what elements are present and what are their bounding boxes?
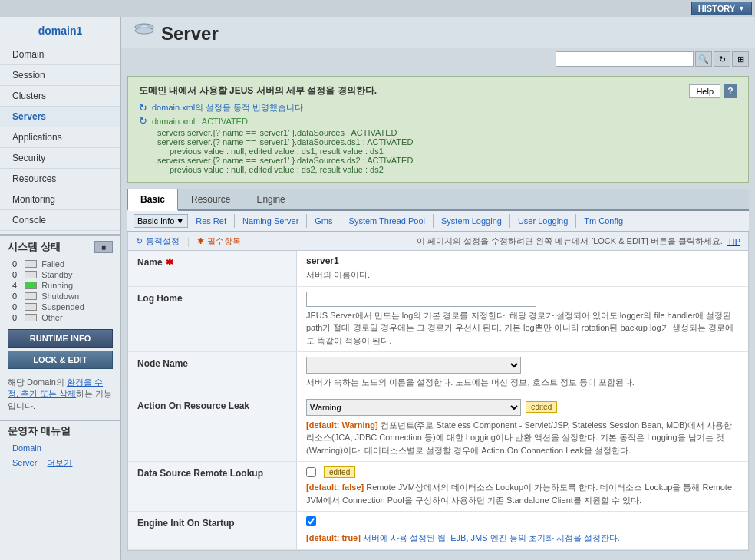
server-icon <box>134 23 155 44</box>
svg-point-2 <box>135 28 153 34</box>
subtab-system-thread-pool[interactable]: System Thread Pool <box>341 214 434 228</box>
field-action-resource-leak-value: Warning Error None edited [default: Warn… <box>297 394 748 462</box>
tip-link[interactable]: TIP <box>727 237 740 246</box>
help-area: Help ? <box>689 84 737 98</box>
operator-manual-section: 운영자 매뉴얼 <box>0 420 120 441</box>
shutdown-indicator <box>25 292 37 300</box>
field-datasource-remote-lookup: Data Source Remote Lookup edited [defaul… <box>128 462 748 512</box>
status-shutdown: 0 Shutdown <box>0 291 120 301</box>
page-header: Server <box>121 17 755 48</box>
runtime-info-button[interactable]: RUNTIME INFO <box>8 329 113 348</box>
dynamic-setting-label: ↻ 동적설정 <box>136 236 180 247</box>
field-engine-init-startup-label: Engine Init On Startup <box>128 512 297 549</box>
subtab-system-logging[interactable]: System Logging <box>434 214 510 228</box>
sidebar-nav: Domain Session Clusters Servers Applicat… <box>0 44 120 231</box>
form-toolbar-left: ↻ 동적설정 | ✱ 필수항목 <box>136 236 241 247</box>
separator: | <box>187 236 190 247</box>
status-toggle[interactable]: ■ <box>94 241 113 253</box>
sidebar-note: 해당 Domain의 환경을 수정, 추가 또는 삭제하는 기능입니다. <box>0 372 120 417</box>
form-toolbar: ↻ 동적설정 | ✱ 필수항목 이 페이지의 설정을 수정하려면 왼쪽 메뉴에서… <box>128 232 748 251</box>
refresh-icon-2: ↻ <box>139 115 147 127</box>
tab-engine[interactable]: Engine <box>243 189 298 209</box>
status-line-2: ↻ domain.xml : ACTIVATED <box>139 115 680 127</box>
log-home-input[interactable] <box>306 292 536 307</box>
suspended-indicator <box>25 303 37 311</box>
help-icon[interactable]: ? <box>724 84 737 98</box>
subtab-naming-server[interactable]: Naming Server <box>235 214 307 228</box>
refresh-icon-1: ↻ <box>139 102 147 114</box>
status-running: 4 Running <box>0 280 120 291</box>
sidebar-item-session[interactable]: Session <box>0 65 120 86</box>
other-indicator <box>25 314 37 321</box>
required-star: ✱ <box>166 257 173 268</box>
subtab-bar: Basic Info ▼ Res Ref Naming Server Gms S… <box>127 211 749 232</box>
subtab-basic-info[interactable]: Basic Info ▼ <box>134 214 188 228</box>
search-input[interactable] <box>556 51 694 67</box>
main-area: domain1 Domain Session Clusters Servers … <box>0 17 755 560</box>
history-button[interactable]: HISTORY <box>691 2 752 15</box>
status-line-1: ↻ domain.xml의 설정을 동적 반영했습니다. <box>139 102 680 114</box>
running-indicator <box>25 282 37 289</box>
sidebar-item-console[interactable]: Console <box>0 210 120 231</box>
status-list: 0 Failed 0 Standby 4 Running 0 S <box>0 259 120 323</box>
field-name-label: Name ✱ <box>128 251 297 286</box>
subtab-user-logging[interactable]: User Logging <box>510 214 576 228</box>
sidebar-item-monitoring[interactable]: Monitoring <box>0 189 120 210</box>
sidebar: domain1 Domain Session Clusters Servers … <box>0 17 121 560</box>
sidebar-server-link: Server 더보기 <box>0 455 120 471</box>
tab-basic[interactable]: Basic <box>127 189 178 211</box>
status-panel: 도메인 내에서 사용할 JEUS 서버의 세부 설정을 경의한다. ↻ doma… <box>127 76 749 183</box>
top-bar: HISTORY <box>0 0 755 17</box>
export-button[interactable]: ⊞ <box>732 51 749 67</box>
field-log-home-label: Log Home <box>128 287 297 352</box>
field-node-name-value: 서버가 속하는 노드의 이름을 설정한다. 노드에는 머신 정보, 호스트 정보… <box>297 352 748 394</box>
field-datasource-remote-lookup-label: Data Source Remote Lookup <box>128 462 297 511</box>
field-action-resource-leak-label: Action On Resource Leak <box>128 394 297 462</box>
sidebar-more-link[interactable]: 더보기 <box>47 458 72 467</box>
edited-badge-1: edited <box>526 401 557 413</box>
sidebar-domain-link: Domain <box>0 441 120 455</box>
required-icon: ✱ <box>197 236 204 246</box>
node-name-select[interactable] <box>306 357 521 374</box>
app: HISTORY domain1 Domain Session Clusters … <box>0 0 755 560</box>
status-suspended: 0 Suspended <box>0 301 120 312</box>
field-name-value: server1 서버의 이름이다. <box>297 251 748 286</box>
help-button[interactable]: Help <box>689 84 720 98</box>
sidebar-item-resources[interactable]: Resources <box>0 169 120 189</box>
subtab-tm-config[interactable]: Tm Config <box>576 214 631 228</box>
sidebar-item-clusters[interactable]: Clusters <box>0 86 120 107</box>
sidebar-item-security[interactable]: Security <box>0 148 120 169</box>
sidebar-logo: domain1 <box>0 17 120 44</box>
main-tabs: Basic Resource Engine <box>127 189 749 211</box>
sidebar-item-applications[interactable]: Applications <box>0 127 120 148</box>
form-toolbar-right: 이 페이지의 설정을 수정하려면 왼쪽 메뉴에서 [LOCK & EDIT] 버… <box>417 236 740 247</box>
subtab-res-ref[interactable]: Res Ref <box>188 214 235 228</box>
status-standby: 0 Standby <box>0 269 120 280</box>
form-area: ↻ 동적설정 | ✱ 필수항목 이 페이지의 설정을 수정하려면 왼쪽 메뉴에서… <box>127 232 749 551</box>
content-area: Server 🔍 ↻ ⊞ 도메인 내에서 사용할 JEUS 서버의 세부 설정을… <box>121 17 755 560</box>
status-failed: 0 Failed <box>0 259 120 269</box>
field-engine-init-startup: Engine Init On Startup [default: true] 서… <box>128 512 748 550</box>
subtab-gms[interactable]: Gms <box>307 214 341 228</box>
action-resource-leak-select[interactable]: Warning Error None <box>306 399 521 416</box>
page-title: Server <box>134 23 219 44</box>
sidebar-item-servers[interactable]: Servers <box>0 107 120 127</box>
engine-init-startup-checkbox[interactable] <box>306 516 316 526</box>
field-name: Name ✱ server1 서버의 이름이다. <box>128 251 748 287</box>
env-modify-link[interactable]: 환경을 수정, 추가 또는 삭제 <box>8 377 103 398</box>
datasource-remote-lookup-checkbox[interactable] <box>306 467 316 477</box>
failed-indicator <box>25 260 37 268</box>
system-status-section: 시스템 상태 ■ <box>0 234 120 259</box>
dynamic-icon: ↻ <box>136 236 143 246</box>
field-log-home-value: JEUS Server에서 만드는 log의 기본 경로를 지정한다. 해당 경… <box>297 287 748 352</box>
field-datasource-remote-lookup-value: edited [default: false] Remote JVM상에서의 데… <box>297 462 748 511</box>
field-node-name: Node Name 서버가 속하는 노드의 이름을 설정한다. 노드에는 머신 … <box>128 352 748 394</box>
field-engine-init-startup-value: [default: true] 서버에 사용 설정된 웹, EJB, JMS 엔… <box>297 512 748 549</box>
refresh-button[interactable]: ↻ <box>714 51 730 67</box>
sidebar-item-domain[interactable]: Domain <box>0 44 120 65</box>
tab-resource[interactable]: Resource <box>178 189 243 209</box>
search-button[interactable]: 🔍 <box>695 51 712 67</box>
lock-edit-button[interactable]: LOCK & EDIT <box>8 351 113 369</box>
required-label: ✱ 필수항목 <box>197 236 241 247</box>
standby-indicator <box>25 271 37 278</box>
